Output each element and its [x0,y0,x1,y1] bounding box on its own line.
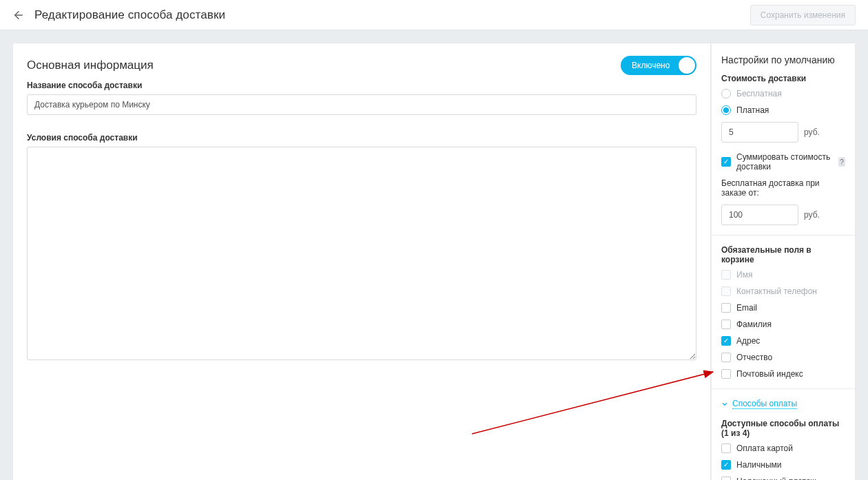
name-input[interactable] [27,94,696,115]
required-field-checkbox[interactable]: Фамилия [721,320,845,329]
required-field-checkbox: Контактный телефон [721,286,845,296]
payment-method-label: Наложенный платеж [736,477,816,480]
required-field-checkbox[interactable]: Email [721,303,845,313]
required-field-label: Фамилия [736,320,772,329]
required-field-label: Email [736,303,757,313]
free-from-input[interactable] [721,205,798,225]
arrow-left-icon [12,9,25,21]
required-field-checkbox[interactable]: Почтовый индекс [721,369,845,379]
required-field-label: Отчество [736,353,772,362]
back-button[interactable] [12,9,25,21]
payment-method-checkbox[interactable]: Оплата картой [721,444,845,453]
checkbox-icon [721,270,731,280]
price-input[interactable] [721,122,798,143]
currency-unit: руб. [804,127,820,137]
checkbox-icon [721,157,731,167]
enabled-toggle[interactable]: Включено [621,56,696,75]
section-title: Основная информация [27,59,154,72]
page-title: Редактирование способа доставки [34,8,225,22]
payment-method-checkbox[interactable]: Наложенный платеж [721,477,845,480]
sidebar-title: Настройки по умолчанию [721,54,845,65]
radio-paid-label: Платная [736,105,769,115]
required-fields-label: Обязательные поля в корзине [721,245,845,264]
checkbox-icon [721,444,731,453]
conditions-textarea[interactable] [27,147,696,360]
toggle-label: Включено [632,61,670,70]
checkbox-icon [721,320,731,329]
required-field-checkbox[interactable]: Адрес [721,336,845,346]
required-field-label: Контактный телефон [736,286,817,296]
available-payment-label: Доступные способы оплаты (1 из 4) [721,419,845,438]
radio-icon [721,89,731,98]
toggle-knob [679,57,695,74]
chevron-down-icon [721,401,728,408]
checkbox-icon [721,369,731,379]
radio-free-label: Бесплатная [736,89,782,98]
radio-paid[interactable]: Платная [721,105,845,115]
payment-method-label: Оплата картой [736,444,793,453]
sum-cost-label: Суммировать стоимость доставки [736,152,831,171]
checkbox-icon [721,353,731,362]
checkbox-icon [721,303,731,313]
payment-link-label: Способы оплаты [732,399,797,409]
required-field-label: Адрес [736,336,760,346]
content: Основная информация Включено Название сп… [0,30,868,480]
payment-method-checkbox[interactable]: Наличными [721,460,845,470]
main-panel: Основная информация Включено Название сп… [12,43,711,480]
required-field-checkbox: Имя [721,270,845,280]
required-field-label: Имя [736,270,752,280]
sum-cost-checkbox[interactable]: Суммировать стоимость доставки ? [721,152,845,171]
checkbox-icon [721,286,731,296]
topbar: Редактирование способа доставки Сохранит… [0,0,868,30]
cost-section-label: Стоимость доставки [721,74,845,83]
side-panel: Настройки по умолчанию Стоимость доставк… [711,43,856,480]
radio-icon [721,105,731,115]
checkbox-icon [721,477,731,480]
required-field-checkbox[interactable]: Отчество [721,353,845,362]
checkbox-icon [721,460,731,470]
name-label: Название способа доставки [27,81,696,90]
payment-method-label: Наличными [736,460,782,470]
required-field-label: Почтовый индекс [736,369,803,379]
radio-free[interactable]: Бесплатная [721,89,845,98]
help-icon[interactable]: ? [838,157,845,167]
free-from-label: Бесплатная доставка при заказе от: [721,178,845,198]
currency-unit-2: руб. [804,210,820,220]
checkbox-icon [721,336,731,346]
save-button[interactable]: Сохранить изменения [750,5,856,25]
conditions-label: Условия способа доставки [27,133,696,143]
payment-methods-expand[interactable]: Способы оплаты [721,399,845,409]
